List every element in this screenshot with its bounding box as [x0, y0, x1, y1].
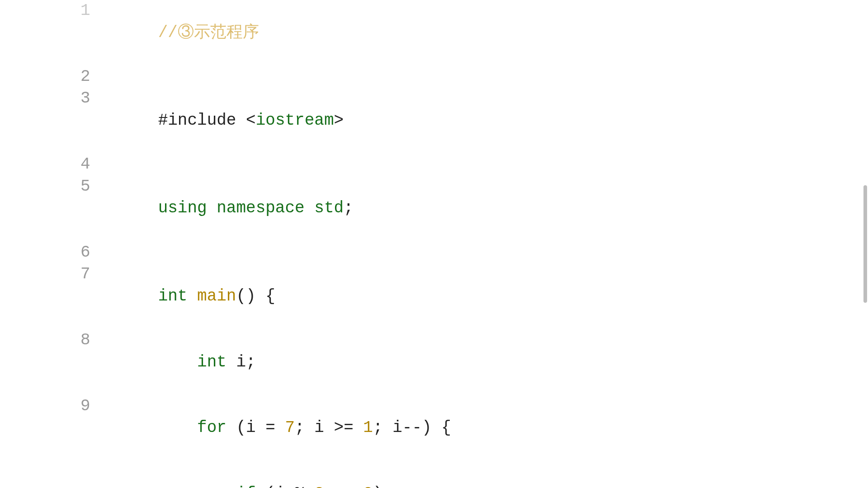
brace: { [441, 418, 451, 437]
space [256, 287, 266, 305]
function-main: main [197, 287, 236, 305]
operator: >= [324, 418, 363, 437]
code-line: 4 [0, 154, 868, 176]
number: 0 [363, 484, 373, 488]
line-number: 2 [0, 66, 99, 88]
code-line: 8 int i; [0, 329, 868, 395]
semicolon: ; [373, 418, 392, 437]
keyword-int: int [197, 353, 236, 371]
operator: == [324, 484, 363, 488]
indent [158, 353, 197, 371]
identifier: i [275, 484, 285, 488]
number: 2 [314, 484, 324, 488]
keyword-if: if [236, 484, 265, 488]
code-line: 3 #include <iostream> [0, 88, 868, 154]
line-number: 4 [0, 154, 99, 176]
keyword-using: using [158, 199, 217, 217]
code-line: 01 if (i % 2 == 0) [0, 461, 868, 488]
identifier: i [236, 353, 246, 371]
vertical-scrollbar[interactable] [863, 185, 867, 303]
paren: ( [236, 287, 246, 305]
keyword-for: for [197, 418, 236, 437]
paren: ( [265, 484, 275, 488]
line-number: 1 [0, 0, 99, 66]
code-line: 1 //③示范程序 [0, 0, 868, 66]
number: 1 [363, 418, 373, 437]
header-name: iostream [256, 111, 334, 130]
operator: = [256, 418, 285, 437]
semicolon: ; [246, 353, 256, 371]
code-line: 7 int main() { [0, 263, 868, 329]
keyword-namespace: namespace [217, 199, 314, 217]
line-number: 8 [0, 329, 99, 395]
paren: ) [246, 287, 256, 305]
angle-bracket: > [334, 111, 344, 130]
code-line: 5 using namespace std; [0, 176, 868, 242]
decrement: i-- [392, 418, 422, 437]
brace: { [265, 287, 275, 305]
paren: ( [236, 418, 246, 437]
paren: ) [422, 418, 432, 437]
identifier: i [314, 418, 324, 437]
line-number: 6 [0, 242, 99, 264]
identifier: i [246, 418, 256, 437]
code-editor[interactable]: 1 //③示范程序 2 3 #include <iostream> 4 5 us… [0, 0, 868, 488]
space [432, 418, 442, 437]
indent [158, 484, 236, 488]
indent [158, 418, 197, 437]
line-number: 9 [0, 395, 99, 461]
operator: % [285, 484, 314, 488]
code-line: 6 [0, 242, 868, 264]
code-line: 9 for (i = 7; i >= 1; i--) { [0, 395, 868, 461]
paren: ) [373, 484, 383, 488]
semicolon: ; [295, 418, 314, 437]
code-line: 2 [0, 66, 868, 88]
line-number: 5 [0, 176, 99, 242]
line-number: 7 [0, 263, 99, 329]
line-number: 01 [0, 461, 99, 488]
number: 7 [285, 418, 295, 437]
preprocessor: #include [158, 111, 246, 130]
keyword-int: int [158, 287, 197, 305]
semicolon: ; [344, 199, 354, 217]
angle-bracket: < [246, 111, 256, 130]
identifier-std: std [314, 199, 344, 217]
line-number: 3 [0, 88, 99, 154]
comment-text: //③示范程序 [158, 23, 259, 42]
